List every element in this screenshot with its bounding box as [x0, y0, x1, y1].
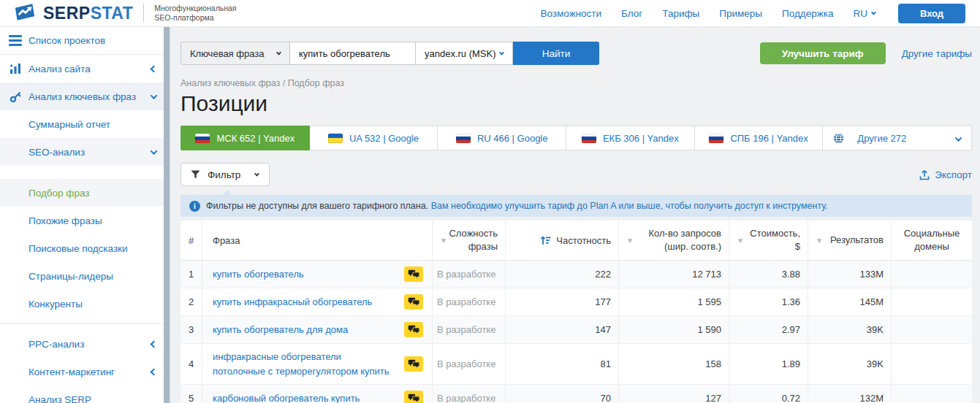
search-button[interactable]: Найти	[513, 42, 599, 65]
column-header-social-domains: Социальные домены	[892, 220, 972, 260]
breadcrumb: Анализ ключевых фраз / Подбор фраз	[181, 78, 972, 88]
queries-value: 158	[619, 344, 729, 384]
other-plans-link[interactable]: Другие тарифы	[902, 48, 972, 59]
table-row: 3 купить обогреватель для дома В разрабо…	[181, 316, 972, 344]
nav-link-blog[interactable]: Блог	[621, 8, 642, 19]
sidebar-item-seo-analysis[interactable]: SEO-анализ	[0, 138, 170, 166]
funnel-icon	[191, 170, 200, 179]
sort-descending-icon[interactable]: ▼	[626, 237, 634, 245]
tab-other-regions[interactable]: Другие 272	[823, 126, 972, 150]
column-header-frequency[interactable]: Частотность	[506, 220, 619, 260]
sidebar-gap	[0, 166, 170, 179]
brand[interactable]: SERPSTAT Многофункциональная SEO-платфор…	[13, 3, 237, 24]
sidebar-item-keyword-selection[interactable]: Подбор фраз	[0, 179, 170, 207]
sidebar-item-related-phrases[interactable]: Похожие фразы	[0, 207, 170, 234]
search-type-dropdown[interactable]: Ключевая фраза	[181, 42, 290, 65]
cost-value: 2.97	[729, 316, 808, 343]
column-header-queries[interactable]: ▼ Кол-во запросов (шир. соотв.)	[619, 220, 729, 260]
yandex-direct-ads-icon[interactable]	[404, 391, 423, 403]
sidebar-item-ppc-analysis[interactable]: PPC-анализ	[0, 330, 170, 358]
key-icon	[7, 88, 23, 104]
chevron-down-icon	[871, 9, 876, 15]
brand-divider	[143, 4, 144, 23]
phrase-link[interactable]: купить инфракрасный обогреватель	[213, 295, 372, 310]
sort-descending-icon[interactable]: ▼	[816, 237, 823, 245]
filter-button[interactable]: Фильтр	[181, 163, 270, 186]
table-row: 1 купить обогреватель В разработке 222 1…	[181, 261, 972, 288]
phrase-link[interactable]: карбоновый обогреватель купить	[213, 391, 360, 403]
search-type-label: Ключевая фраза	[190, 48, 264, 59]
search-input[interactable]	[290, 42, 416, 65]
brand-name: SERPSTAT	[43, 4, 133, 23]
yandex-direct-ads-icon[interactable]	[404, 356, 423, 372]
chevron-down-icon	[151, 94, 156, 99]
chevron-down-icon	[151, 150, 156, 155]
sidebar-item-keyword-analysis[interactable]: Анализ ключевых фраз	[0, 82, 170, 110]
phrase-link[interactable]: купить обогреватель	[213, 267, 304, 282]
column-header-label: Социальные домены	[897, 227, 966, 253]
results-value: 132M	[808, 385, 892, 403]
difficulty-status: В разработке	[433, 288, 506, 315]
sidebar-item-label: Конкуренты	[29, 299, 83, 310]
column-header-label: Результатов	[830, 234, 884, 247]
tab-spb-yandex[interactable]: СПБ 196 | Yandex	[695, 126, 824, 150]
filter-label: Фильтр	[208, 169, 240, 180]
sidebar-item-project-list[interactable]: Список проектов	[0, 27, 170, 55]
row-number: 1	[181, 261, 202, 288]
sort-descending-icon[interactable]: ▼	[440, 237, 447, 245]
banner-upgrade-link[interactable]: Вам необходимо улучшить тариф до Plan A …	[431, 201, 828, 211]
sidebar-item-content-marketing[interactable]: Контент-маркетинг	[0, 358, 170, 385]
globe-icon	[833, 133, 844, 144]
login-button[interactable]: Вход	[898, 4, 965, 23]
yandex-direct-ads-icon[interactable]	[404, 266, 423, 282]
sidebar-item-summary-report[interactable]: Суммарный отчет	[0, 110, 170, 138]
nav-link-features[interactable]: Возможности	[540, 8, 601, 19]
tab-ekb-yandex[interactable]: ЕКБ 306 | Yandex	[566, 126, 695, 150]
queries-value: 1 590	[619, 316, 729, 343]
social-domains-value	[892, 288, 972, 315]
tab-ru-google[interactable]: RU 466 | Google	[438, 126, 566, 150]
column-header-difficulty[interactable]: ▼ Сложность фразы	[433, 220, 506, 260]
plan-actions: Улучшить тариф Другие тарифы	[760, 42, 972, 64]
region-tabs: МСК 652 | Yandex UA 532 | Google RU 466 …	[181, 126, 972, 150]
scrollbar-thumb[interactable]	[164, 27, 170, 403]
sidebar-item-top-pages[interactable]: Страницы-лидеры	[0, 262, 170, 290]
sidebar-item-search-suggestions[interactable]: Поисковые подсказки	[0, 234, 170, 262]
chevron-down-icon	[255, 173, 259, 177]
yandex-direct-ads-icon[interactable]	[404, 294, 423, 310]
nav-link-support[interactable]: Поддержка	[782, 8, 833, 19]
phrase-link[interactable]: инфракрасные обогреватели потолочные с т…	[213, 350, 395, 378]
language-switcher[interactable]: RU	[854, 8, 876, 19]
yandex-direct-ads-icon[interactable]	[404, 322, 423, 337]
table-row: 4 инфракрасные обогреватели потолочные с…	[181, 344, 972, 385]
search-row: Ключевая фраза yandex.ru (MSK) Найти Улу…	[181, 27, 972, 65]
tab-msk-yandex[interactable]: МСК 652 | Yandex	[181, 126, 310, 150]
region-dropdown[interactable]: yandex.ru (MSK)	[416, 42, 513, 65]
ukraine-flag-icon	[328, 134, 343, 143]
results-value: 39K	[808, 344, 892, 384]
queries-value: 127	[619, 385, 729, 403]
column-header-label: Кол-во запросов (шир. соотв.)	[635, 227, 721, 253]
sidebar-item-label: Подбор фраз	[29, 188, 89, 199]
difficulty-status: В разработке	[433, 385, 506, 403]
nav-link-examples[interactable]: Примеры	[719, 8, 762, 19]
social-domains-value	[892, 385, 972, 403]
sidebar-item-competitors[interactable]: Конкуренты	[0, 290, 170, 318]
sidebar-item-label: Похожие фразы	[29, 215, 102, 226]
cost-value: 0.72	[729, 385, 808, 403]
phrase-link[interactable]: купить обогреватель для дома	[213, 323, 348, 337]
sidebar-item-serp-analysis[interactable]: Анализ SERP	[0, 385, 170, 403]
queries-value: 12 713	[619, 261, 729, 288]
nav-link-pricing[interactable]: Тарифы	[662, 8, 699, 19]
sidebar-scrollbar[interactable]	[164, 27, 170, 403]
sort-ascending-active-icon[interactable]	[540, 236, 551, 245]
upgrade-plan-button[interactable]: Улучшить тариф	[760, 42, 886, 64]
column-header-cost[interactable]: ▼ Стоимость, $	[729, 220, 808, 260]
tab-ua-google[interactable]: UA 532 | Google	[310, 126, 438, 150]
sidebar-item-site-analysis[interactable]: Анализ сайта	[0, 55, 170, 82]
export-link[interactable]: Экспорт	[919, 169, 972, 180]
column-header-results[interactable]: ▼ Результатов	[808, 220, 892, 260]
banner-arrow	[221, 190, 233, 196]
sort-descending-icon[interactable]: ▼	[737, 237, 744, 245]
table-row: 2 купить инфракрасный обогреватель В раз…	[181, 288, 972, 316]
